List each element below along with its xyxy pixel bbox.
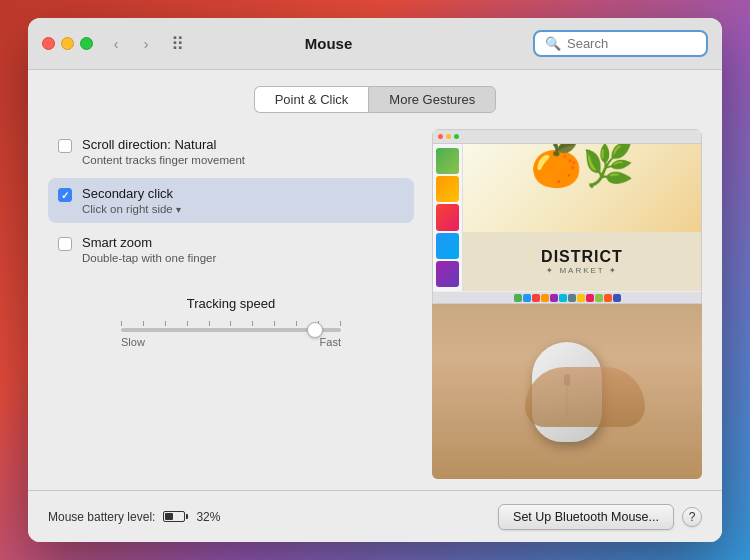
scroll-direction-checkbox[interactable] <box>58 139 72 153</box>
grid-icon[interactable]: ⠿ <box>171 33 184 55</box>
tick <box>143 321 144 326</box>
dock-icon <box>604 294 612 302</box>
slider-container: Slow Fast <box>48 321 414 348</box>
search-icon: 🔍 <box>545 36 561 51</box>
battery-body <box>163 511 185 522</box>
preview-mouse-photo <box>432 304 702 479</box>
secondary-click-sublabel[interactable]: Click on right side ▾ <box>82 203 181 215</box>
left-panel: Scroll direction: Natural Content tracks… <box>48 129 414 490</box>
tracking-section: Tracking speed <box>48 296 414 348</box>
secondary-click-row: Secondary click Click on right side ▾ <box>48 178 414 223</box>
battery-percent: 32% <box>196 510 220 524</box>
sidebar-item-3 <box>436 204 459 230</box>
fast-label: Fast <box>320 336 341 348</box>
battery-tip <box>186 514 188 519</box>
smart-zoom-checkbox[interactable] <box>58 237 72 251</box>
dock-icon <box>613 294 621 302</box>
close-button[interactable] <box>42 37 55 50</box>
poster-fruit-icon: 🍊🌿 <box>530 144 634 189</box>
traffic-lights <box>42 37 93 50</box>
bottom-bar: Mouse battery level: 32% Set Up Bluetoot… <box>28 490 722 542</box>
poster-market-text: ✦ MARKET ✦ <box>546 266 618 275</box>
smart-zoom-sublabel: Double-tap with one finger <box>82 252 216 264</box>
mouse-hand-bg <box>432 304 702 479</box>
mac-dock <box>433 291 701 303</box>
secondary-click-checkbox[interactable] <box>58 188 72 202</box>
search-input[interactable] <box>567 36 696 51</box>
minimize-button[interactable] <box>61 37 74 50</box>
tick <box>230 321 231 326</box>
district-poster: 🍊🌿 DISTRICT ✦ MARKET ✦ <box>463 144 701 291</box>
smart-zoom-row: Smart zoom Double-tap with one finger <box>48 227 414 272</box>
titlebar: ‹ › ⠿ Mouse 🔍 <box>28 18 722 70</box>
secondary-click-text: Secondary click Click on right side ▾ <box>82 186 181 215</box>
poster-bottom: DISTRICT ✦ MARKET ✦ <box>463 232 701 291</box>
mac-sidebar <box>433 144 463 291</box>
window-title: Mouse <box>305 35 353 52</box>
back-button[interactable]: ‹ <box>103 31 129 57</box>
tick <box>274 321 275 326</box>
dock-icon <box>586 294 594 302</box>
tick <box>165 321 166 326</box>
tick <box>252 321 253 326</box>
tick <box>121 321 122 326</box>
tabs-bar: Point & Click More Gestures <box>48 86 702 113</box>
battery-section: Mouse battery level: 32% <box>48 510 498 524</box>
poster-district-text: DISTRICT <box>541 248 623 266</box>
forward-button[interactable]: › <box>133 31 159 57</box>
tick <box>340 321 341 326</box>
dock-icon <box>559 294 567 302</box>
dock-icon <box>523 294 531 302</box>
tab-more-gestures[interactable]: More Gestures <box>368 86 496 113</box>
battery-label: Mouse battery level: <box>48 510 155 524</box>
scroll-direction-sublabel: Content tracks finger movement <box>82 154 245 166</box>
slider-thumb[interactable] <box>307 322 323 338</box>
dock-icon <box>577 294 585 302</box>
poster-top: 🍊🌿 <box>463 144 701 232</box>
secondary-click-label: Secondary click <box>82 186 181 201</box>
slow-label: Slow <box>121 336 145 348</box>
mac-dot-red <box>438 134 443 139</box>
setup-bluetooth-button[interactable]: Set Up Bluetooth Mouse... <box>498 504 674 530</box>
sidebar-item-2 <box>436 176 459 202</box>
maximize-button[interactable] <box>80 37 93 50</box>
nav-arrows: ‹ › <box>103 31 159 57</box>
mac-screen-preview: 🍊🌿 DISTRICT ✦ MARKET ✦ <box>432 129 702 304</box>
search-box[interactable]: 🔍 <box>533 30 708 57</box>
mac-dot-yellow <box>446 134 451 139</box>
hand-shadow <box>525 367 645 427</box>
mac-preview-body: 🍊🌿 DISTRICT ✦ MARKET ✦ <box>433 144 701 291</box>
scroll-direction-text: Scroll direction: Natural Content tracks… <box>82 137 245 166</box>
smart-zoom-label: Smart zoom <box>82 235 216 250</box>
secondary-click-dropdown-arrow[interactable]: ▾ <box>176 204 181 215</box>
mouse-device-group <box>532 342 602 442</box>
bottom-right-buttons: Set Up Bluetooth Mouse... ? <box>498 504 702 530</box>
scroll-direction-label: Scroll direction: Natural <box>82 137 245 152</box>
dock-icon <box>514 294 522 302</box>
battery-fill <box>165 513 172 520</box>
tick <box>296 321 297 326</box>
tick <box>187 321 188 326</box>
sidebar-item-4 <box>436 233 459 259</box>
scroll-direction-row: Scroll direction: Natural Content tracks… <box>48 129 414 174</box>
dock-icon <box>568 294 576 302</box>
mac-preview-titlebar <box>433 130 701 144</box>
sidebar-item-1 <box>436 148 459 174</box>
dock-icon <box>595 294 603 302</box>
main-area: Scroll direction: Natural Content tracks… <box>48 129 702 490</box>
dock-icon <box>541 294 549 302</box>
dock-icon <box>550 294 558 302</box>
tracking-speed-slider[interactable] <box>121 328 341 332</box>
slider-labels: Slow Fast <box>121 336 341 348</box>
tab-point-click[interactable]: Point & Click <box>254 86 369 113</box>
tracking-label: Tracking speed <box>187 296 275 311</box>
sidebar-item-5 <box>436 261 459 287</box>
battery-icon <box>163 511 188 522</box>
main-window: ‹ › ⠿ Mouse 🔍 Point & Click More Gesture… <box>28 18 722 542</box>
help-button[interactable]: ? <box>682 507 702 527</box>
dock-icon <box>532 294 540 302</box>
mac-dot-green <box>454 134 459 139</box>
preview-screen: 🍊🌿 DISTRICT ✦ MARKET ✦ <box>432 129 702 304</box>
tick <box>209 321 210 326</box>
content-area: Point & Click More Gestures Scroll direc… <box>28 70 722 490</box>
